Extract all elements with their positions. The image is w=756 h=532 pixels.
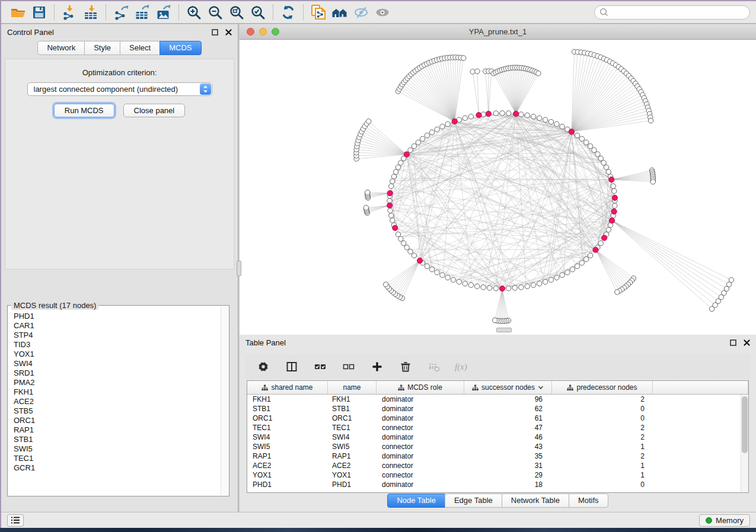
refresh-icon[interactable]	[277, 4, 299, 21]
table-scrollbar-thumb[interactable]	[742, 396, 748, 453]
mcds-result-item[interactable]: STP4	[14, 331, 221, 340]
table-row[interactable]: STB1STB1dominator620	[247, 404, 740, 414]
delete-column-icon[interactable]	[397, 358, 414, 375]
column-layout-icon[interactable]	[283, 358, 300, 375]
list-icon	[11, 516, 20, 524]
import-table-icon[interactable]	[80, 4, 101, 21]
column-header-shared-name[interactable]: shared name	[247, 381, 328, 394]
tab-motifs[interactable]: Motifs	[569, 493, 608, 508]
zoom-in-icon[interactable]	[183, 4, 205, 21]
show-all-icon[interactable]	[372, 4, 393, 21]
vertical-splitter-handle[interactable]	[237, 261, 241, 276]
table-toolbar: f(x)	[245, 354, 750, 379]
search-box[interactable]	[594, 5, 750, 20]
table-scrollbar[interactable]	[741, 395, 748, 492]
save-icon[interactable]	[28, 4, 50, 21]
tab-select[interactable]: Select	[120, 41, 160, 55]
mcds-result-item[interactable]: PHD1	[14, 312, 221, 321]
clone-network-icon[interactable]	[308, 4, 329, 21]
tab-style[interactable]: Style	[84, 41, 120, 55]
table-row[interactable]: FKH1FKH1dominator962	[247, 395, 740, 404]
mcds-result-item[interactable]: YOX1	[14, 350, 221, 359]
import-network-icon[interactable]	[59, 4, 80, 21]
window-minimize-icon[interactable]	[259, 28, 267, 36]
criterion-dropdown[interactable]: largest connected component (undirected)	[27, 82, 212, 96]
column-header-successor-nodes[interactable]: successor nodes	[464, 381, 552, 394]
mcds-result-item[interactable]: PMA2	[14, 378, 221, 387]
table-row[interactable]: PHD1PHD1dominator180	[247, 480, 740, 489]
memory-button[interactable]: Memory	[699, 514, 750, 527]
main-toolbar	[1, 1, 756, 24]
close-panel-icon[interactable]	[225, 29, 232, 36]
search-input[interactable]	[612, 8, 745, 17]
task-history-button[interactable]	[7, 514, 24, 527]
open-folder-icon[interactable]	[7, 4, 28, 21]
criterion-dropdown-value: largest connected component (undirected)	[34, 85, 178, 94]
mcds-result-item[interactable]: TID3	[14, 340, 221, 350]
table-row[interactable]: ORC1ORC1dominator610	[247, 414, 740, 423]
mcds-result-item[interactable]: TEC1	[14, 454, 221, 463]
mcds-result-item[interactable]: RAP1	[14, 425, 221, 435]
window-maximize-icon[interactable]	[272, 28, 279, 36]
window-close-icon[interactable]	[247, 28, 254, 36]
mcds-result-title: MCDS result (17 nodes)	[11, 301, 98, 310]
mcds-result-item[interactable]: ORC1	[14, 416, 221, 425]
node-table: shared name name MCDS role successor nod…	[247, 380, 749, 493]
deselect-all-checkboxes-icon[interactable]	[340, 358, 357, 375]
mcds-result-item[interactable]: GCR1	[14, 463, 221, 473]
close-panel-icon[interactable]	[744, 339, 750, 346]
sort-descending-icon	[538, 385, 544, 390]
network-view-window: YPA_prune.txt_1	[240, 24, 756, 335]
first-neighbors-icon[interactable]	[329, 4, 350, 21]
mcds-result-item[interactable]: CAR1	[14, 321, 221, 331]
toolbar-separator	[273, 5, 273, 20]
table-row[interactable]: ACE2ACE2connector311	[247, 461, 740, 470]
mcds-result-item[interactable]: SWI5	[14, 444, 221, 454]
zoom-selected-icon[interactable]	[247, 4, 269, 21]
table-row[interactable]: SWI4SWI4dominator462	[247, 432, 740, 442]
zoom-out-icon[interactable]	[205, 4, 226, 21]
float-panel-icon[interactable]	[212, 29, 218, 36]
mcds-result-item[interactable]: STB5	[14, 406, 221, 416]
table-settings-gear-icon[interactable]	[255, 358, 272, 375]
column-header-predecessor-nodes[interactable]: predecessor nodes	[552, 381, 653, 394]
select-all-checkboxes-icon[interactable]	[312, 358, 328, 375]
export-image-icon[interactable]	[153, 4, 174, 21]
export-network-icon[interactable]	[110, 4, 132, 21]
close-panel-button[interactable]: Close panel	[123, 104, 186, 117]
tab-network[interactable]: Network	[37, 41, 85, 55]
tab-node-table[interactable]: Node Table	[387, 493, 445, 508]
float-panel-icon[interactable]	[730, 339, 736, 346]
table-row[interactable]: SWI5SWI5connector431	[247, 442, 740, 451]
mcds-result-item[interactable]: SRD1	[14, 368, 221, 378]
table-row[interactable]: TEC1TEC1connector472	[247, 423, 740, 432]
optimization-criterion-label: Optimization criterion:	[5, 68, 234, 77]
export-table-icon[interactable]	[132, 4, 153, 21]
desktop-wallpaper-strip	[0, 528, 756, 532]
delete-table-icon-disabled	[426, 358, 442, 375]
tab-mcds[interactable]: MCDS	[160, 41, 201, 55]
control-panel: Control Panel Network Style Select MCDS …	[1, 24, 238, 512]
network-window-titlebar: YPA_prune.txt_1	[240, 24, 756, 40]
zoom-fit-icon[interactable]	[226, 4, 247, 21]
tab-edge-table[interactable]: Edge Table	[445, 493, 502, 508]
mcds-result-item[interactable]: SWI4	[14, 359, 221, 368]
tab-network-table[interactable]: Network Table	[502, 493, 569, 508]
horizontal-splitter-handle[interactable]	[496, 328, 512, 332]
hide-selected-icon[interactable]	[350, 4, 372, 21]
mcds-result-item[interactable]: ACE2	[14, 397, 221, 406]
column-header-name[interactable]: name	[328, 381, 377, 394]
table-row[interactable]: YOX1YOX1connector291	[247, 470, 740, 480]
memory-label: Memory	[716, 516, 744, 525]
mcds-result-scrollbar[interactable]	[221, 306, 228, 495]
mcds-result-item[interactable]: FKH1	[14, 387, 221, 397]
column-header-filler	[653, 381, 748, 394]
mcds-result-item[interactable]: STB1	[14, 435, 221, 444]
column-header-mcds-role[interactable]: MCDS role	[377, 381, 464, 394]
toolbar-separator	[54, 5, 55, 20]
table-row[interactable]: RAP1RAP1dominator352	[247, 451, 740, 461]
run-mcds-button[interactable]: Run MCDS	[54, 104, 114, 117]
network-canvas[interactable]	[240, 40, 756, 335]
add-column-icon[interactable]	[369, 358, 385, 375]
toolbar-separator	[106, 5, 106, 20]
